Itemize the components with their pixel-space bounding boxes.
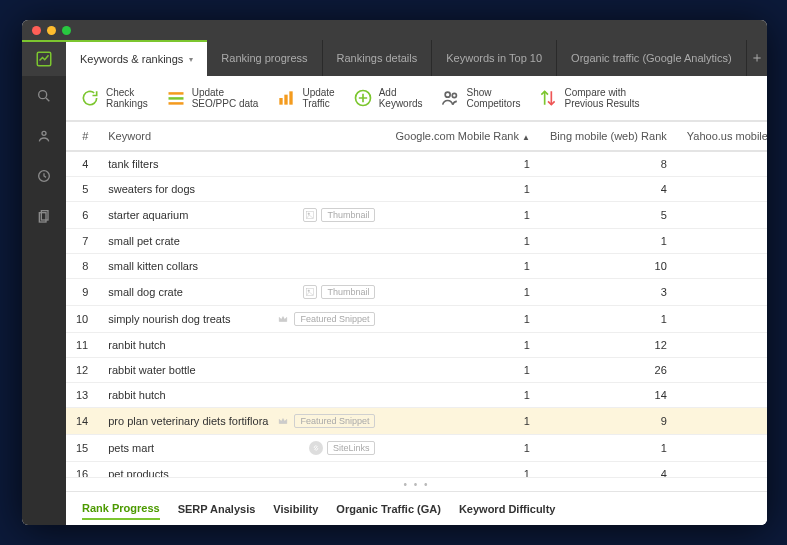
bottom-tabs: Rank Progress SERP Analysis Visibility O… [66,491,767,525]
table-row[interactable]: 5sweaters for dogs1424,780 [66,177,767,202]
cell-number: 13 [66,383,98,408]
check-rankings-button[interactable]: CheckRankings [80,87,148,109]
cell-keyword: rabbit hutch [98,383,385,408]
table-row[interactable]: 13rabbit hutch114218,360 [66,383,767,408]
cell-google-rank: 1 [385,333,540,358]
cell-number: 14 [66,408,98,435]
show-competitors-button[interactable]: ShowCompetitors [441,87,521,109]
bottom-tab-keyword-difficulty[interactable]: Keyword Difficulty [459,499,556,519]
cell-keyword: pets martSiteLinks [98,435,385,462]
cell-bing-rank: 5 [540,202,677,229]
cell-number: 7 [66,229,98,254]
cell-bing-rank: 3 [540,279,677,306]
cell-keyword: tank filters [98,151,385,177]
refresh-icon [80,88,100,108]
cell-number: 16 [66,462,98,478]
sidebar-item-profile[interactable] [22,116,66,156]
sidebar-item-target[interactable] [22,156,66,196]
cell-google-rank: 1 [385,254,540,279]
table-row[interactable]: 4tank filters1851,060 [66,151,767,177]
toolbar: CheckRankings UpdateSEO/PPC data UpdateT… [66,76,767,122]
update-traffic-button[interactable]: UpdateTraffic [276,87,334,109]
bottom-tab-organic-traffic[interactable]: Organic Traffic (GA) [336,499,441,519]
sidebar-item-search[interactable] [22,76,66,116]
cell-yahoo-rank: 14 [677,358,767,383]
table-row[interactable]: 9small dog crateThumbnail13316,360 [66,279,767,306]
cell-google-rank: 1 [385,202,540,229]
table-row[interactable]: 12rabbit water bottle12614980 [66,358,767,383]
cell-bing-rank: 4 [540,177,677,202]
cell-google-rank: 1 [385,229,540,254]
minimize-window[interactable] [47,26,56,35]
cell-google-rank: 1 [385,408,540,435]
tab-add-button[interactable]: ＋ [747,40,767,76]
cell-yahoo-rank: 3 [677,279,767,306]
cell-yahoo-rank: 1 [677,229,767,254]
cell-google-rank: 1 [385,177,540,202]
tab-ranking-progress[interactable]: Ranking progress [207,40,322,76]
panel-resize-handle[interactable]: • • • [66,477,767,491]
bottom-tab-serp-analysis[interactable]: SERP Analysis [178,499,256,519]
svg-rect-9 [168,102,183,105]
update-seo-button[interactable]: UpdateSEO/PPC data [166,87,259,109]
svg-rect-11 [285,95,288,105]
compare-previous-button[interactable]: Compare withPrevious Results [538,87,639,109]
sidebar-item-rankings[interactable] [22,40,66,76]
crown-icon [276,312,290,326]
cell-number: 4 [66,151,98,177]
table-row[interactable]: 11ranbit hutch1122140 [66,333,767,358]
table-row[interactable]: 16pet products1461,750 [66,462,767,478]
cell-bing-rank: 8 [540,151,677,177]
cell-bing-rank: 10 [540,254,677,279]
tab-keywords-rankings[interactable]: Keywords & rankings ▾ [66,40,207,76]
add-keywords-button[interactable]: AddKeywords [353,87,423,109]
list-icon [166,88,186,108]
target-icon [36,168,52,184]
sidebar-item-copy[interactable] [22,196,66,236]
tab-organic-traffic[interactable]: Organic traffic (Google Analytics) [557,40,747,76]
table-scroll[interactable]: # Keyword Google.com Mobile Rank ▲ Bing … [66,122,767,477]
cell-number: 10 [66,306,98,333]
maximize-window[interactable] [62,26,71,35]
bottom-tab-rank-progress[interactable]: Rank Progress [82,498,160,520]
cell-keyword: simply nourish dog treatsFeatured Snippe… [98,306,385,333]
users-icon [441,88,461,108]
cell-bing-rank: 1 [540,306,677,333]
cell-number: 11 [66,333,98,358]
cell-number: 12 [66,358,98,383]
main-tabs: Keywords & rankings ▾ Ranking progress R… [66,40,767,76]
svg-rect-7 [168,92,183,95]
cell-keyword: rabbit water bottle [98,358,385,383]
col-google[interactable]: Google.com Mobile Rank ▲ [385,122,540,151]
table-row[interactable]: 8small kitten collars1104140 [66,254,767,279]
cell-keyword: pet products [98,462,385,478]
svg-rect-12 [290,91,293,104]
table-row[interactable]: 10simply nourish dog treatsFeatured Snip… [66,306,767,333]
cell-keyword: sweaters for dogs [98,177,385,202]
bottom-tab-visibility[interactable]: Visibility [273,499,318,519]
col-keyword[interactable]: Keyword [98,122,385,151]
badge-thumbnail: Thumbnail [321,285,375,299]
col-number[interactable]: # [66,122,98,151]
cell-google-rank: 1 [385,435,540,462]
search-icon [36,88,52,104]
tab-rankings-details[interactable]: Rankings details [323,40,433,76]
cell-bing-rank: 1 [540,435,677,462]
table-row[interactable]: 14pro plan veterinary diets fortifloraFe… [66,408,767,435]
table-row[interactable]: 7small pet crate111190 [66,229,767,254]
col-yahoo[interactable]: Yahoo.us mobile (Web) ... [677,122,767,151]
table-row[interactable]: 6starter aquariumThumbnail152130 [66,202,767,229]
sidebar [22,40,66,525]
cell-keyword: small pet crate [98,229,385,254]
tab-keywords-top10[interactable]: Keywords in Top 10 [432,40,557,76]
col-bing[interactable]: Bing mobile (web) Rank [540,122,677,151]
svg-point-16 [445,92,450,97]
table-row[interactable]: 15pets martSiteLinks1111,030,020 [66,435,767,462]
cell-yahoo-rank: 1 [677,306,767,333]
cell-google-rank: 1 [385,279,540,306]
rankings-table: # Keyword Google.com Mobile Rank ▲ Bing … [66,122,767,477]
chart-line-icon [35,50,53,68]
svg-rect-8 [168,97,183,100]
cell-google-rank: 1 [385,306,540,333]
close-window[interactable] [32,26,41,35]
